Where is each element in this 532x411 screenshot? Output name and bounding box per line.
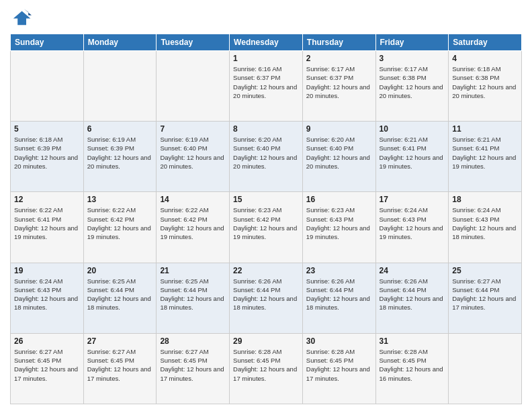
day-cell: 18Sunrise: 6:24 AM Sunset: 6:43 PM Dayli… xyxy=(449,192,522,263)
day-cell: 29Sunrise: 6:28 AM Sunset: 6:45 PM Dayli… xyxy=(230,333,303,404)
weekday-header-tuesday: Tuesday xyxy=(157,34,230,51)
day-cell: 28Sunrise: 6:27 AM Sunset: 6:45 PM Dayli… xyxy=(157,333,230,404)
day-number: 5 xyxy=(14,124,80,134)
day-info: Sunrise: 6:24 AM Sunset: 6:43 PM Dayligh… xyxy=(380,205,445,241)
header xyxy=(10,7,522,28)
weekday-header-thursday: Thursday xyxy=(302,34,375,51)
day-cell: 9Sunrise: 6:20 AM Sunset: 6:40 PM Daylig… xyxy=(302,122,375,192)
day-number: 21 xyxy=(160,266,226,275)
day-cell: 14Sunrise: 6:22 AM Sunset: 6:42 PM Dayli… xyxy=(157,192,230,263)
week-row-0: 1Sunrise: 6:16 AM Sunset: 6:37 PM Daylig… xyxy=(11,51,522,122)
day-cell: 31Sunrise: 6:28 AM Sunset: 6:45 PM Dayli… xyxy=(375,333,449,404)
day-number: 24 xyxy=(380,266,445,275)
day-cell: 13Sunrise: 6:22 AM Sunset: 6:42 PM Dayli… xyxy=(83,192,157,263)
day-cell: 27Sunrise: 6:27 AM Sunset: 6:45 PM Dayli… xyxy=(83,333,157,404)
day-cell: 20Sunrise: 6:25 AM Sunset: 6:44 PM Dayli… xyxy=(83,263,157,333)
day-number: 10 xyxy=(380,124,445,134)
week-row-4: 26Sunrise: 6:27 AM Sunset: 6:45 PM Dayli… xyxy=(11,333,522,404)
day-info: Sunrise: 6:26 AM Sunset: 6:44 PM Dayligh… xyxy=(233,277,299,312)
day-cell xyxy=(449,333,522,404)
day-cell: 12Sunrise: 6:22 AM Sunset: 6:41 PM Dayli… xyxy=(11,192,84,263)
day-number: 12 xyxy=(14,195,80,204)
day-number: 25 xyxy=(452,266,518,275)
day-info: Sunrise: 6:21 AM Sunset: 6:41 PM Dayligh… xyxy=(380,135,445,171)
day-cell: 25Sunrise: 6:27 AM Sunset: 6:44 PM Dayli… xyxy=(449,263,522,333)
day-number: 1 xyxy=(233,54,299,63)
day-number: 20 xyxy=(87,266,153,275)
weekday-header-wednesday: Wednesday xyxy=(230,34,303,51)
day-cell: 8Sunrise: 6:20 AM Sunset: 6:40 PM Daylig… xyxy=(230,122,303,192)
day-info: Sunrise: 6:23 AM Sunset: 6:42 PM Dayligh… xyxy=(233,205,299,241)
day-info: Sunrise: 6:27 AM Sunset: 6:45 PM Dayligh… xyxy=(160,347,226,383)
day-cell: 19Sunrise: 6:24 AM Sunset: 6:43 PM Dayli… xyxy=(11,263,84,333)
day-number: 22 xyxy=(233,266,299,275)
calendar-body: 1Sunrise: 6:16 AM Sunset: 6:37 PM Daylig… xyxy=(11,51,522,404)
day-cell: 11Sunrise: 6:21 AM Sunset: 6:41 PM Dayli… xyxy=(449,122,522,192)
day-number: 17 xyxy=(380,195,445,204)
weekday-header-monday: Monday xyxy=(83,34,157,51)
day-cell: 26Sunrise: 6:27 AM Sunset: 6:45 PM Dayli… xyxy=(11,333,84,404)
day-cell: 24Sunrise: 6:26 AM Sunset: 6:44 PM Dayli… xyxy=(375,263,449,333)
calendar-table: SundayMondayTuesdayWednesdayThursdayFrid… xyxy=(10,34,522,404)
day-info: Sunrise: 6:22 AM Sunset: 6:41 PM Dayligh… xyxy=(14,205,80,241)
day-number: 3 xyxy=(380,54,445,63)
day-info: Sunrise: 6:25 AM Sunset: 6:44 PM Dayligh… xyxy=(87,277,153,312)
day-info: Sunrise: 6:24 AM Sunset: 6:43 PM Dayligh… xyxy=(452,205,518,241)
day-info: Sunrise: 6:25 AM Sunset: 6:44 PM Dayligh… xyxy=(160,277,226,312)
day-info: Sunrise: 6:19 AM Sunset: 6:39 PM Dayligh… xyxy=(87,135,153,171)
day-number: 9 xyxy=(306,124,372,134)
day-info: Sunrise: 6:27 AM Sunset: 6:44 PM Dayligh… xyxy=(452,277,518,312)
day-number: 13 xyxy=(87,195,153,204)
day-number: 11 xyxy=(452,124,518,134)
day-info: Sunrise: 6:17 AM Sunset: 6:37 PM Dayligh… xyxy=(306,64,372,100)
day-number: 30 xyxy=(306,336,372,346)
calendar-header: SundayMondayTuesdayWednesdayThursdayFrid… xyxy=(11,34,522,51)
day-number: 29 xyxy=(233,336,299,346)
logo xyxy=(10,7,34,28)
day-cell: 22Sunrise: 6:26 AM Sunset: 6:44 PM Dayli… xyxy=(230,263,303,333)
day-number: 16 xyxy=(306,195,372,204)
day-info: Sunrise: 6:28 AM Sunset: 6:45 PM Dayligh… xyxy=(306,347,372,383)
day-info: Sunrise: 6:18 AM Sunset: 6:39 PM Dayligh… xyxy=(14,135,80,171)
day-info: Sunrise: 6:22 AM Sunset: 6:42 PM Dayligh… xyxy=(160,205,226,241)
day-info: Sunrise: 6:26 AM Sunset: 6:44 PM Dayligh… xyxy=(380,277,445,312)
day-cell: 6Sunrise: 6:19 AM Sunset: 6:39 PM Daylig… xyxy=(83,122,157,192)
day-cell: 3Sunrise: 6:17 AM Sunset: 6:38 PM Daylig… xyxy=(375,51,449,122)
day-cell: 1Sunrise: 6:16 AM Sunset: 6:37 PM Daylig… xyxy=(230,51,303,122)
day-number: 4 xyxy=(452,54,518,63)
day-number: 14 xyxy=(160,195,226,204)
day-number: 28 xyxy=(160,336,226,346)
weekday-header-friday: Friday xyxy=(375,34,449,51)
day-cell: 5Sunrise: 6:18 AM Sunset: 6:39 PM Daylig… xyxy=(11,122,84,192)
day-cell xyxy=(11,51,84,122)
day-info: Sunrise: 6:20 AM Sunset: 6:40 PM Dayligh… xyxy=(233,135,299,171)
page: SundayMondayTuesdayWednesdayThursdayFrid… xyxy=(0,0,532,411)
day-number: 2 xyxy=(306,54,372,63)
day-number: 18 xyxy=(452,195,518,204)
week-row-1: 5Sunrise: 6:18 AM Sunset: 6:39 PM Daylig… xyxy=(11,122,522,192)
day-info: Sunrise: 6:21 AM Sunset: 6:41 PM Dayligh… xyxy=(452,135,518,171)
weekday-header-saturday: Saturday xyxy=(449,34,522,51)
day-number: 19 xyxy=(14,266,80,275)
day-cell xyxy=(157,51,230,122)
day-number: 6 xyxy=(87,124,153,134)
day-info: Sunrise: 6:26 AM Sunset: 6:44 PM Dayligh… xyxy=(306,277,372,312)
day-info: Sunrise: 6:27 AM Sunset: 6:45 PM Dayligh… xyxy=(14,347,80,383)
day-info: Sunrise: 6:23 AM Sunset: 6:43 PM Dayligh… xyxy=(306,205,372,241)
day-number: 15 xyxy=(233,195,299,204)
day-cell: 17Sunrise: 6:24 AM Sunset: 6:43 PM Dayli… xyxy=(375,192,449,263)
weekday-row: SundayMondayTuesdayWednesdayThursdayFrid… xyxy=(11,34,522,51)
day-cell: 23Sunrise: 6:26 AM Sunset: 6:44 PM Dayli… xyxy=(302,263,375,333)
week-row-3: 19Sunrise: 6:24 AM Sunset: 6:43 PM Dayli… xyxy=(11,263,522,333)
day-cell: 2Sunrise: 6:17 AM Sunset: 6:37 PM Daylig… xyxy=(302,51,375,122)
day-cell: 7Sunrise: 6:19 AM Sunset: 6:40 PM Daylig… xyxy=(157,122,230,192)
day-info: Sunrise: 6:19 AM Sunset: 6:40 PM Dayligh… xyxy=(160,135,226,171)
day-info: Sunrise: 6:16 AM Sunset: 6:37 PM Dayligh… xyxy=(233,64,299,100)
day-cell: 4Sunrise: 6:18 AM Sunset: 6:38 PM Daylig… xyxy=(449,51,522,122)
day-number: 31 xyxy=(380,336,445,346)
day-info: Sunrise: 6:22 AM Sunset: 6:42 PM Dayligh… xyxy=(87,205,153,241)
day-number: 7 xyxy=(160,124,226,134)
day-cell: 21Sunrise: 6:25 AM Sunset: 6:44 PM Dayli… xyxy=(157,263,230,333)
day-info: Sunrise: 6:28 AM Sunset: 6:45 PM Dayligh… xyxy=(233,347,299,383)
week-row-2: 12Sunrise: 6:22 AM Sunset: 6:41 PM Dayli… xyxy=(11,192,522,263)
